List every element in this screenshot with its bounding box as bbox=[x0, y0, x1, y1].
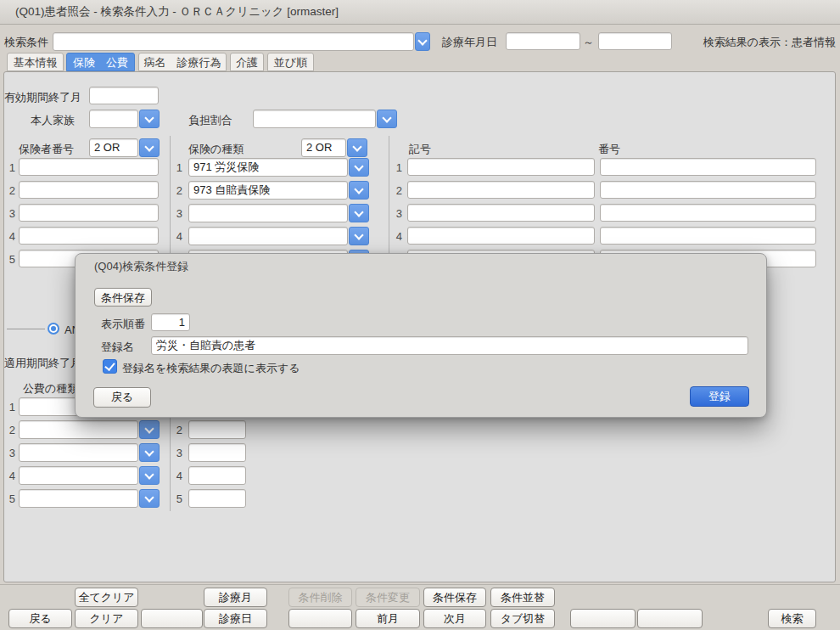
insurance-type-select-3[interactable] bbox=[188, 204, 369, 222]
number-input-4[interactable] bbox=[600, 227, 816, 245]
date-to-input[interactable] bbox=[598, 32, 672, 50]
chevron-down-icon[interactable] bbox=[139, 110, 160, 128]
insurer-number-input-1[interactable] bbox=[19, 158, 159, 176]
person-family-select[interactable] bbox=[89, 110, 160, 128]
number-input-1[interactable] bbox=[600, 158, 816, 176]
next-month-button[interactable]: 次月 bbox=[423, 609, 486, 628]
burden-ratio-select[interactable] bbox=[253, 110, 397, 128]
apply-end-month-label: 適用期間終了月 bbox=[4, 356, 81, 371]
chevron-down-icon[interactable] bbox=[415, 32, 430, 51]
search-condition-label: 検索条件 bbox=[4, 35, 48, 50]
footer-empty-button-4[interactable] bbox=[637, 609, 703, 628]
chevron-down-icon[interactable] bbox=[349, 204, 369, 222]
condition-save-button[interactable]: 条件保存 bbox=[94, 288, 152, 307]
chevron-down-icon[interactable] bbox=[349, 158, 369, 177]
row-number: 5 bbox=[3, 253, 15, 266]
kohi-input-3[interactable] bbox=[188, 443, 246, 462]
number-input-2[interactable] bbox=[600, 181, 816, 199]
tab-insurance-kohi[interactable]: 保険 公費 bbox=[66, 53, 135, 71]
insurance-type-select-2[interactable]: 973 自賠責保険 bbox=[188, 181, 369, 200]
register-name-input[interactable] bbox=[151, 336, 748, 355]
search-condition-value[interactable] bbox=[53, 32, 414, 51]
insurer-number-input-4[interactable] bbox=[19, 227, 159, 245]
clear-button[interactable]: クリア bbox=[75, 609, 138, 628]
insurance-type-value-3[interactable] bbox=[188, 204, 348, 222]
row-number: 2 bbox=[3, 424, 15, 436]
insurance-type-value-1[interactable]: 971 労災保険 bbox=[188, 158, 348, 177]
symbol-column-label: 記号 bbox=[409, 142, 431, 157]
treatment-month-button[interactable]: 診療月 bbox=[204, 588, 267, 607]
symbol-input-3[interactable] bbox=[407, 204, 595, 222]
insurer-mode-select[interactable]: 2 OR bbox=[89, 138, 160, 157]
kohi-type-value-4[interactable] bbox=[19, 466, 138, 485]
insurer-mode-value[interactable]: 2 OR bbox=[89, 138, 138, 157]
insurance-type-select-4[interactable] bbox=[188, 227, 369, 245]
row-number: 1 bbox=[3, 401, 15, 413]
kohi-type-label: 公費の種類 bbox=[23, 381, 78, 397]
dialog-back-button[interactable]: 戻る bbox=[93, 387, 151, 408]
and-radio[interactable] bbox=[48, 323, 59, 335]
chevron-down-icon[interactable] bbox=[139, 443, 160, 462]
row-number: 4 bbox=[171, 230, 182, 243]
insurer-number-label: 保険者番号 bbox=[19, 142, 74, 157]
condition-sort-button[interactable]: 条件並替 bbox=[490, 588, 555, 607]
chevron-down-icon[interactable] bbox=[139, 466, 160, 485]
person-family-value[interactable] bbox=[89, 110, 138, 128]
chevron-down-icon[interactable] bbox=[349, 181, 369, 200]
chevron-down-icon[interactable] bbox=[347, 138, 367, 157]
treatment-day-button[interactable]: 診療日 bbox=[204, 609, 267, 628]
insurer-number-input-3[interactable] bbox=[19, 204, 159, 222]
search-button[interactable]: 検索 bbox=[768, 609, 816, 628]
kohi-type-select-4[interactable] bbox=[19, 466, 160, 485]
kohi-type-select-2[interactable] bbox=[19, 420, 160, 439]
insurer-number-input-2[interactable] bbox=[19, 181, 159, 199]
insurance-type-mode-value[interactable]: 2 OR bbox=[301, 138, 346, 157]
register-button[interactable]: 登録 bbox=[690, 386, 749, 407]
chevron-down-icon[interactable] bbox=[349, 227, 369, 245]
valid-end-month-input[interactable] bbox=[89, 87, 159, 104]
tab-switch-button[interactable]: タブ切替 bbox=[490, 609, 555, 628]
symbol-input-4[interactable] bbox=[407, 227, 595, 245]
number-input-3[interactable] bbox=[600, 204, 816, 222]
tab-care[interactable]: 介護 bbox=[230, 53, 264, 71]
show-name-in-title-label: 登録名を検索結果の表題に表示する bbox=[122, 361, 300, 376]
search-condition-combo[interactable] bbox=[53, 32, 430, 51]
display-order-input[interactable] bbox=[151, 313, 190, 331]
kohi-input-5[interactable] bbox=[188, 489, 246, 508]
kohi-input-4[interactable] bbox=[188, 466, 246, 485]
prev-month-button[interactable]: 前月 bbox=[356, 609, 420, 628]
symbol-input-1[interactable] bbox=[407, 158, 595, 176]
back-button[interactable]: 戻る bbox=[8, 609, 72, 628]
insurance-type-value-4[interactable] bbox=[188, 227, 348, 245]
tab-sort-order[interactable]: 並び順 bbox=[267, 53, 314, 71]
insurance-type-select-1[interactable]: 971 労災保険 bbox=[188, 158, 369, 177]
footer-empty-button-3[interactable] bbox=[570, 609, 636, 628]
kohi-type-value-2[interactable] bbox=[19, 420, 138, 439]
symbol-input-2[interactable] bbox=[407, 181, 595, 199]
clear-all-button[interactable]: 全てクリア bbox=[75, 588, 138, 607]
condition-save-footer-button[interactable]: 条件保存 bbox=[423, 588, 486, 607]
show-name-in-title-checkbox[interactable] bbox=[103, 359, 117, 374]
kohi-type-value-5[interactable] bbox=[19, 489, 138, 508]
chevron-down-icon[interactable] bbox=[139, 420, 160, 439]
footer-empty-button-2[interactable] bbox=[288, 609, 352, 628]
tab-disease-acts[interactable]: 病名 診療行為 bbox=[138, 53, 227, 71]
kohi-type-select-5[interactable] bbox=[19, 489, 160, 508]
tab-basic-info[interactable]: 基本情報 bbox=[7, 53, 64, 71]
footer-empty-button-1[interactable] bbox=[141, 609, 203, 628]
chevron-down-icon[interactable] bbox=[139, 138, 160, 157]
kohi-type-select-3[interactable] bbox=[19, 443, 160, 462]
chevron-down-icon[interactable] bbox=[377, 110, 397, 128]
search-condition-register-dialog: (Q04)検索条件登録 条件保存 表示順番 登録名 登録名を検索結果の表題に表示… bbox=[75, 253, 767, 418]
burden-ratio-value[interactable] bbox=[253, 110, 376, 128]
date-from-input[interactable] bbox=[506, 32, 580, 50]
insurance-type-mode-select[interactable]: 2 OR bbox=[301, 138, 367, 157]
insurance-type-value-2[interactable]: 973 自賠責保険 bbox=[188, 181, 348, 200]
window-title: (Q01)患者照会 - 検索条件入力 - ＯＲＣＡクリニック [ormaster… bbox=[15, 0, 339, 24]
row-number: 1 bbox=[390, 161, 402, 174]
kohi-input-2[interactable] bbox=[188, 420, 246, 439]
chevron-down-icon[interactable] bbox=[139, 489, 160, 508]
kohi-type-value-3[interactable] bbox=[19, 443, 138, 462]
date-range-tilde: ～ bbox=[583, 35, 594, 50]
column-divider bbox=[389, 136, 389, 263]
